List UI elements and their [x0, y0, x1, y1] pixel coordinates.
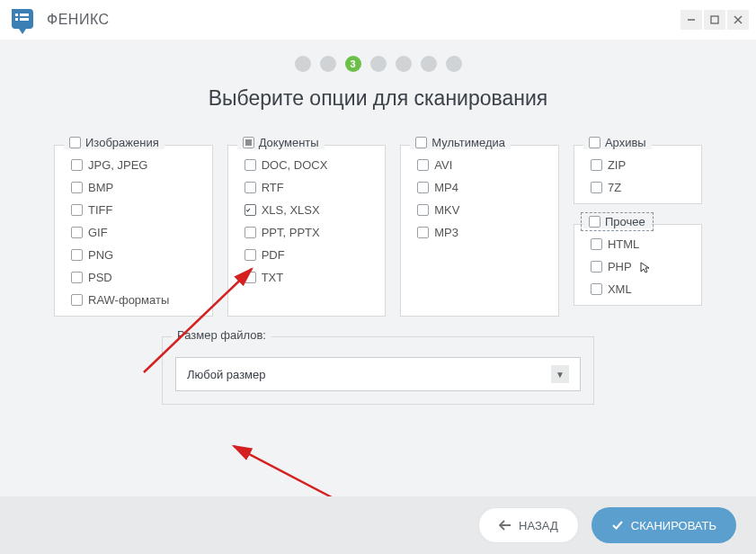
checkbox-other-all[interactable] [589, 216, 600, 228]
opt-gif[interactable]: GIF [66, 226, 201, 239]
opt-rtf[interactable]: RTF [239, 181, 375, 194]
checkbox[interactable] [417, 182, 429, 193]
checkbox[interactable] [245, 159, 256, 171]
opt-xls[interactable]: XLS, XLSX [239, 203, 375, 217]
wizard-steps: 3 [36, 56, 720, 72]
opt-psd[interactable]: PSD [66, 271, 201, 284]
step-1[interactable] [295, 56, 311, 72]
step-7[interactable] [446, 56, 462, 72]
checkbox-documents-all[interactable] [243, 137, 254, 148]
opt-label: XLS, XLSX [262, 203, 320, 217]
group-images: Изображения JPG, JPEG BMP TIFF GIF PNG P… [54, 145, 213, 317]
step-6[interactable] [421, 56, 437, 72]
opt-label: JPG, JPEG [88, 158, 147, 172]
window-controls [680, 10, 749, 30]
checkbox-xls[interactable] [245, 204, 256, 216]
app-title: ФЕНИКС [47, 12, 110, 28]
checkbox[interactable] [245, 272, 256, 283]
opt-tiff[interactable]: TIFF [66, 203, 201, 217]
checkbox[interactable] [591, 159, 602, 171]
opt-xml[interactable]: XML [585, 282, 690, 296]
checkbox[interactable] [591, 238, 602, 250]
back-button[interactable]: НАЗАД [478, 507, 579, 543]
group-multimedia-label: Мультимедиа [431, 136, 505, 149]
opt-txt[interactable]: TXT [239, 271, 375, 284]
checkbox[interactable] [245, 182, 256, 193]
opt-raw[interactable]: RAW-форматы [66, 293, 201, 307]
opt-mkv[interactable]: MKV [412, 203, 547, 217]
checkbox[interactable] [417, 227, 429, 238]
opt-mp4[interactable]: MP4 [412, 181, 547, 194]
group-archives-title[interactable]: Архивы [583, 136, 652, 149]
checkbox-images-all[interactable] [69, 137, 81, 148]
opt-jpg[interactable]: JPG, JPEG [66, 158, 201, 172]
opt-mp3[interactable]: MP3 [412, 226, 547, 239]
opt-label: PNG [88, 248, 113, 262]
wizard-stage: 3 Выберите опции для сканирования Изобра… [0, 40, 756, 554]
size-select[interactable]: Любой размер ▼ [175, 357, 581, 391]
step-5[interactable] [396, 56, 412, 72]
opt-label: MP3 [434, 226, 458, 239]
step-3[interactable]: 3 [345, 56, 361, 72]
opt-ppt[interactable]: PPT, PPTX [239, 226, 375, 239]
checkbox[interactable] [71, 182, 83, 193]
checkbox[interactable] [591, 283, 602, 295]
back-button-label: НАЗАД [519, 519, 558, 532]
checkbox-multimedia-all[interactable] [415, 137, 427, 148]
footer: НАЗАД СКАНИРОВАТЬ [0, 496, 756, 554]
step-4[interactable] [370, 56, 387, 72]
opt-doc[interactable]: DOC, DOCX [239, 158, 375, 172]
checkbox[interactable] [71, 294, 83, 306]
maximize-button[interactable] [704, 10, 725, 30]
group-multimedia-title[interactable]: Мультимедиа [410, 136, 511, 149]
chevron-down-icon: ▼ [551, 365, 569, 383]
checkbox[interactable] [71, 159, 83, 171]
opt-php[interactable]: PHP [585, 260, 690, 273]
opt-label: RAW-форматы [88, 293, 169, 307]
group-other-label: Прочее [605, 215, 645, 228]
cursor-icon [639, 261, 652, 273]
svg-rect-1 [20, 13, 29, 16]
opt-label: PDF [262, 248, 285, 262]
opt-label: MKV [434, 203, 459, 217]
checkbox[interactable] [71, 227, 83, 238]
group-documents-label: Документы [259, 136, 319, 149]
opt-zip[interactable]: ZIP [585, 158, 690, 172]
checkbox[interactable] [417, 159, 429, 171]
step-2[interactable] [320, 56, 336, 72]
opt-label: PPT, PPTX [262, 226, 320, 239]
scan-button-label: СКАНИРОВАТЬ [631, 519, 716, 532]
page-heading: Выберите опции для сканирования [36, 86, 720, 111]
group-archives: Архивы ZIP 7Z [574, 145, 702, 204]
opt-bmp[interactable]: BMP [66, 181, 201, 194]
checkbox[interactable] [71, 249, 83, 261]
checkbox[interactable] [591, 182, 602, 193]
group-other-title[interactable]: Прочее [583, 215, 651, 228]
opt-label: GIF [88, 226, 108, 239]
minimize-button[interactable] [680, 10, 702, 30]
opt-avi[interactable]: AVI [412, 158, 547, 172]
opt-7z[interactable]: 7Z [585, 181, 690, 194]
group-images-title[interactable]: Изображения [64, 136, 165, 149]
checkbox[interactable] [417, 204, 429, 216]
opt-label: HTML [608, 237, 639, 251]
group-documents-title[interactable]: Документы [237, 136, 325, 149]
svg-rect-5 [711, 16, 718, 23]
checkbox[interactable] [71, 204, 83, 216]
svg-rect-2 [15, 18, 18, 21]
group-other: Прочее HTML PHP XML [574, 224, 702, 306]
checkbox[interactable] [245, 227, 256, 238]
checkbox[interactable] [591, 261, 602, 273]
scan-button[interactable]: СКАНИРОВАТЬ [591, 507, 736, 543]
opt-label: XML [608, 282, 632, 296]
opt-label: BMP [88, 181, 113, 194]
titlebar: ФЕНИКС [0, 0, 756, 40]
opt-pdf[interactable]: PDF [239, 248, 375, 262]
checkbox-archives-all[interactable] [589, 137, 600, 148]
opt-label: PSD [88, 271, 112, 284]
checkbox[interactable] [245, 249, 256, 261]
opt-png[interactable]: PNG [66, 248, 201, 262]
close-button[interactable] [727, 10, 749, 30]
checkbox[interactable] [71, 272, 83, 283]
opt-html[interactable]: HTML [585, 237, 690, 251]
